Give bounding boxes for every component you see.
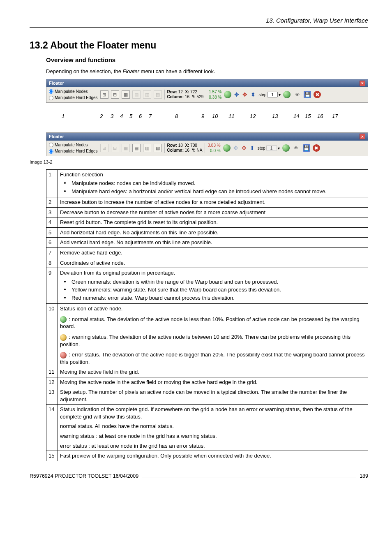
section-heading: 13.2 About the Floater menu — [30, 39, 368, 52]
grid-status-icon — [283, 91, 291, 98]
row-desc: Deviation from its original position in … — [58, 268, 368, 304]
step-label: step — [258, 92, 266, 98]
floater-panel-nodes: Floater × Manipulate Nodes Manipulate Ha… — [46, 79, 368, 103]
row-desc: Add horizontal hard edge. No adjustments… — [58, 227, 368, 238]
description-table: 1 Function selection Manipulate nodes: n… — [46, 169, 368, 461]
move-node-icon[interactable]: ✥ — [241, 145, 247, 151]
header-rule — [30, 27, 368, 28]
coordinates-readout: Row: 18 X: 700 Column: 16 Y: NA — [164, 143, 205, 153]
table-row: 9 Deviation from its original position i… — [46, 268, 368, 304]
table-row: 3Decrease button to decrease the number … — [46, 207, 368, 217]
radio-label: Manipulate Hard Edges — [55, 95, 98, 101]
save-icon[interactable]: 💾 — [303, 144, 310, 152]
intro-post: menu can have a different look. — [139, 68, 215, 74]
node-status-icon — [224, 91, 231, 98]
decrease-nodes-icon[interactable]: ⊟ — [111, 144, 119, 152]
add-horizontal-edge-icon[interactable]: ▤ — [132, 144, 141, 152]
radio-manipulate-nodes[interactable]: Manipulate Nodes — [49, 142, 98, 148]
radio-manipulate-hard-edges[interactable]: Manipulate Hard Edges — [49, 95, 98, 101]
table-row: 2Increase button to increase the number … — [46, 197, 368, 208]
row-desc: Moving the active field in the grid. — [58, 367, 368, 377]
table-row: 12Moving the active node in the active f… — [46, 377, 368, 387]
row-desc: Step setup. The number of pixels an acti… — [58, 387, 368, 405]
table-row: 5Add horizontal hard edge. No adjustment… — [46, 227, 368, 238]
intro-text: Depending on the selection, the Floater … — [46, 68, 368, 75]
row-desc: Status icon of active node. : normal sta… — [58, 304, 368, 367]
decrease-nodes-icon[interactable]: ⊟ — [111, 90, 119, 99]
stop-icon[interactable]: ✖ — [314, 91, 321, 98]
table-row: 4Reset grid button. The complete grid is… — [46, 217, 368, 228]
status-error-icon — [60, 352, 67, 358]
table-row: 6Add vertical hard edge. No adjustments … — [46, 238, 368, 248]
intro-em: Floater — [122, 68, 139, 74]
step-setup[interactable]: step ▾ — [258, 92, 281, 97]
footer-page-number: 189 — [360, 473, 368, 480]
step-left-icon[interactable]: ⬍ — [250, 92, 256, 97]
step-input[interactable] — [267, 92, 278, 97]
node-status-icon — [223, 144, 231, 152]
reset-grid-icon[interactable]: ▦ — [122, 90, 130, 99]
table-row: 7Remove active hard edge. — [46, 248, 368, 258]
step-setup[interactable]: step ▾ — [258, 145, 280, 151]
row-desc: Increase button to increase the number o… — [58, 197, 368, 208]
status-normal-icon — [60, 316, 67, 323]
step-left-icon[interactable]: ⬍ — [249, 145, 255, 151]
floater-title: Floater — [49, 134, 64, 140]
table-row: 1 Function selection Manipulate nodes: n… — [46, 169, 368, 197]
row-num: 1 — [46, 169, 58, 197]
deviation-percent: 1.57 % 0.38 % — [209, 89, 221, 100]
status-warning-icon — [60, 334, 67, 341]
row-desc: Coordinates of active node. — [58, 258, 368, 268]
step-input[interactable] — [266, 145, 277, 151]
save-icon[interactable]: 💾 — [304, 91, 311, 98]
remove-edge-icon[interactable]: ▧ — [154, 90, 162, 99]
chapter-title: 13. Configurator, Warp User Interface — [30, 16, 368, 25]
floater-panel-edges: Floater × Manipulate Nodes Manipulate Ha… — [46, 132, 368, 156]
table-row: 11Moving the active field in the grid. — [46, 367, 368, 377]
increase-nodes-icon[interactable]: ⊞ — [100, 144, 108, 152]
radio-manipulate-hard-edges[interactable]: Manipulate Hard Edges — [49, 148, 98, 154]
move-node-icon[interactable]: ✥ — [242, 92, 248, 97]
coordinates-readout: Row: 12 X: 722 Column: 16 Y: 529 — [164, 90, 207, 99]
table-row: 13Step setup. The number of pixels an ac… — [46, 387, 368, 405]
move-field-icon[interactable]: ✥ — [233, 145, 239, 151]
step-dropdown-icon[interactable]: ▾ — [279, 92, 281, 98]
table-row: 8Coordinates of active node. — [46, 258, 368, 268]
radio-label: Manipulate Nodes — [55, 89, 88, 95]
stop-icon[interactable]: ✖ — [313, 144, 320, 152]
radio-label: Manipulate Nodes — [55, 142, 88, 148]
row-desc: Remove active hard edge. — [58, 248, 368, 258]
fast-preview-icon[interactable]: 👁 — [292, 144, 300, 152]
fast-preview-icon[interactable]: 👁 — [293, 90, 301, 99]
radio-label: Manipulate Hard Edges — [55, 148, 98, 154]
image-caption: Image 13-2 — [30, 158, 368, 165]
page-footer: R5976924 PROJECTOR TOOLSET 16/04/2009 18… — [30, 473, 368, 480]
increase-nodes-icon[interactable]: ⊞ — [100, 90, 108, 99]
step-label: step — [258, 146, 265, 151]
table-row: 15Fast preview of the warping configurat… — [46, 451, 368, 461]
table-row: 14 Status indication of the complete gri… — [46, 405, 368, 451]
close-icon[interactable]: × — [360, 134, 365, 139]
row-desc: Moving the active node in the active fie… — [58, 377, 368, 387]
table-row: 10 Status icon of active node. : normal … — [46, 304, 368, 367]
grid-status-icon — [282, 144, 290, 152]
reset-grid-icon[interactable]: ▦ — [122, 144, 130, 152]
intro-pre: Depending on the selection, the — [46, 68, 122, 74]
footer-left: R5976924 PROJECTOR TOOLSET 16/04/2009 — [30, 473, 138, 480]
radio-manipulate-nodes[interactable]: Manipulate Nodes — [49, 89, 98, 95]
move-field-icon[interactable]: ✥ — [234, 92, 240, 97]
row-desc: Fast preview of the warping configuratio… — [58, 451, 368, 461]
close-icon[interactable]: × — [360, 81, 365, 86]
callout-index-row: 1 2 3 4 5 6 7 8 9 10 11 12 13 14 15 16 1… — [46, 105, 368, 128]
add-horizontal-edge-icon[interactable]: ▤ — [132, 90, 141, 99]
row-desc: Status indication of the complete grid. … — [58, 405, 368, 451]
row-desc: Function selection Manipulate nodes: nod… — [58, 169, 368, 197]
add-vertical-edge-icon[interactable]: ▥ — [143, 90, 151, 99]
row-desc: Decrease button to decrease the number o… — [58, 207, 368, 217]
row-desc: Add vertical hard edge. No adjustments o… — [58, 238, 368, 248]
subsection-heading: Overview and functions — [46, 56, 368, 64]
floater-title: Floater — [49, 80, 64, 86]
step-dropdown-icon[interactable]: ▾ — [278, 146, 280, 151]
add-vertical-edge-icon[interactable]: ▥ — [143, 144, 151, 152]
remove-edge-icon[interactable]: ▧ — [154, 144, 162, 152]
